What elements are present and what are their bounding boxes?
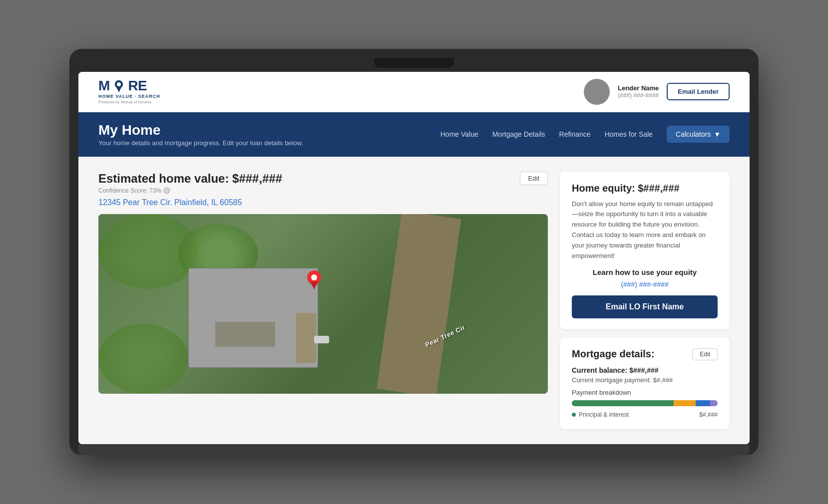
progress-principal	[572, 400, 674, 406]
svg-point-4	[311, 274, 317, 280]
nav-bar: My Home Your home details and mortgage p…	[78, 112, 750, 157]
calculators-button[interactable]: Calculators ▼	[667, 126, 730, 143]
nav-link-mortgage-details[interactable]: Mortgage Details	[492, 130, 545, 138]
principal-label: Principal & interest	[579, 411, 629, 418]
mortgage-header: Mortgage details: Edit	[572, 348, 718, 360]
svg-point-1	[117, 82, 121, 86]
mortgage-payment: Current mortgage payment: $#,###	[572, 376, 718, 384]
mortgage-edit-button[interactable]: Edit	[692, 348, 718, 360]
map-location-pin	[306, 269, 322, 289]
property-edit-button[interactable]: Edit	[520, 172, 548, 185]
payment-breakdown-label: Payment breakdown	[572, 389, 718, 396]
logo-text: M RE	[98, 79, 160, 93]
lender-name: Lender Name	[618, 84, 659, 92]
logo-powered: Powered by Mutual of Omaha	[98, 100, 160, 104]
progress-insurance	[696, 400, 710, 406]
mortgage-card: Mortgage details: Edit Current balance: …	[560, 337, 730, 429]
logo-area: M RE HOME VALUE · SEARCH Powered by Mutu…	[98, 79, 160, 104]
principal-dot	[572, 413, 576, 417]
svg-marker-2	[116, 87, 121, 92]
equity-card-title: Home equity: $###,###	[572, 183, 718, 194]
laptop-frame: M RE HOME VALUE · SEARCH Powered by Mutu…	[69, 49, 759, 456]
map-aerial: Pear Tree Cir	[98, 214, 548, 394]
site-header: M RE HOME VALUE · SEARCH Powered by Mutu…	[78, 72, 750, 112]
progress-other	[710, 400, 718, 406]
confidence-score: Confidence Score: 73% i	[98, 187, 282, 194]
logo-subtitle: HOME VALUE · SEARCH	[98, 94, 160, 99]
lender-avatar	[584, 79, 610, 105]
nav-link-homes-for-sale[interactable]: Homes for Sale	[605, 130, 653, 138]
calculators-label: Calculators	[676, 130, 711, 138]
logo-pin-icon	[113, 79, 124, 92]
property-header: Estimated home value: $###,### Confidenc…	[98, 172, 548, 194]
laptop-base	[78, 444, 750, 455]
progress-tax	[674, 400, 696, 406]
page-subtitle: Your home details and mortgage progress.…	[98, 139, 303, 147]
nav-link-home-value[interactable]: Home Value	[440, 130, 478, 138]
principal-value: $#,###	[699, 411, 718, 418]
nav-title-area: My Home Your home details and mortgage p…	[98, 112, 303, 157]
email-lo-button[interactable]: Email LO First Name	[572, 295, 718, 318]
breakdown-principal: Principal & interest $#,###	[572, 411, 718, 418]
nav-links: Home Value Mortgage Details Refinance Ho…	[440, 126, 730, 143]
laptop-screen: M RE HOME VALUE · SEARCH Powered by Mutu…	[78, 72, 750, 445]
right-column: Home equity: $###,### Don't allow your h…	[560, 172, 730, 430]
chevron-down-icon: ▼	[714, 130, 721, 138]
laptop-notch	[374, 58, 454, 68]
header-right: Lender Name (###) ###-#### Email Lender	[584, 79, 730, 105]
property-address[interactable]: 12345 Pear Tree Cir. Plainfield, IL 6058…	[98, 198, 548, 207]
confidence-text: Confidence Score: 73%	[98, 187, 161, 194]
email-lender-button[interactable]: Email Lender	[667, 83, 730, 100]
lender-info: Lender Name (###) ###-####	[618, 84, 659, 99]
svg-marker-5	[310, 281, 318, 289]
main-content: Estimated home value: $###,### Confidenc…	[78, 157, 750, 445]
info-icon: i	[163, 187, 170, 194]
nav-link-refinance[interactable]: Refinance	[559, 130, 591, 138]
lender-phone: (###) ###-####	[618, 92, 659, 99]
page-title: My Home	[98, 122, 303, 138]
mortgage-balance: Current balance: $###,###	[572, 366, 718, 374]
equity-card: Home equity: $###,### Don't allow your h…	[560, 172, 730, 330]
property-value-area: Estimated home value: $###,### Confidenc…	[98, 172, 282, 194]
learn-equity-label: Learn how to use your equity	[572, 268, 718, 276]
mortgage-title: Mortgage details:	[572, 348, 655, 360]
estimated-value: Estimated home value: $###,###	[98, 172, 282, 186]
left-column: Estimated home value: $###,### Confidenc…	[98, 172, 548, 430]
payment-progress-bar	[572, 400, 718, 406]
equity-phone-link[interactable]: (###) ###-####	[572, 280, 718, 288]
map-container: Pear Tree Cir	[98, 214, 548, 394]
equity-card-body: Don't allow your home equity to remain u…	[572, 199, 718, 261]
